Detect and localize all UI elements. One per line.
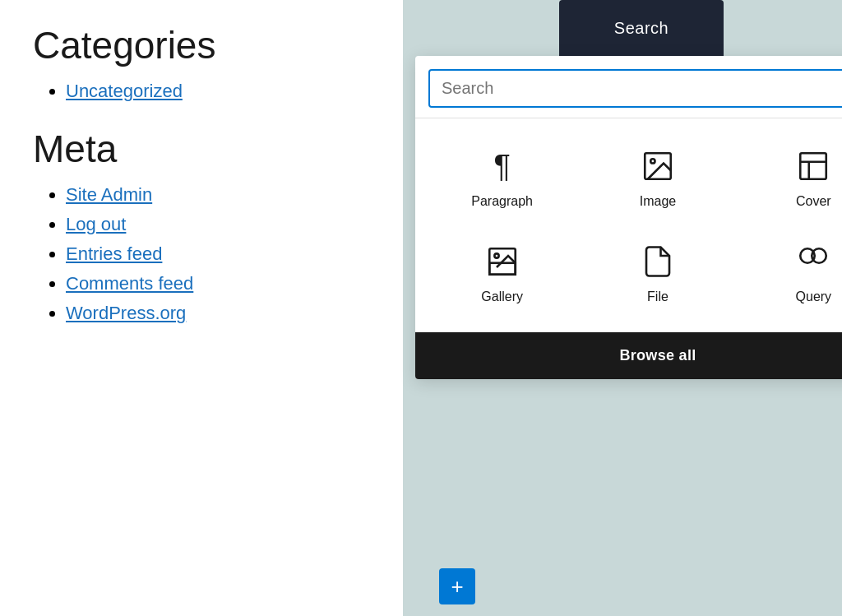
block-item-image[interactable]: Image bbox=[584, 138, 731, 217]
list-item: Log out bbox=[66, 214, 370, 235]
gallery-block-icon bbox=[483, 242, 522, 281]
svg-point-1 bbox=[650, 159, 655, 163]
left-panel: Categories Uncategorized Meta Site Admin… bbox=[0, 0, 403, 616]
block-label-gallery: Gallery bbox=[481, 289, 523, 304]
block-label-cover: Cover bbox=[796, 194, 831, 209]
image-icon bbox=[641, 149, 675, 183]
categories-title: Categories bbox=[33, 23, 370, 67]
block-label-query: Query bbox=[796, 289, 832, 304]
block-item-cover[interactable]: Cover bbox=[740, 138, 842, 217]
svg-rect-2 bbox=[801, 153, 827, 179]
list-item: Uncategorized bbox=[66, 81, 370, 102]
block-label-file: File bbox=[647, 289, 669, 304]
file-icon bbox=[641, 244, 675, 279]
file-block-icon bbox=[638, 242, 678, 281]
block-inserter-popup: 🔍 ¶ Paragraph bbox=[415, 56, 842, 379]
block-item-file[interactable]: File bbox=[584, 234, 731, 313]
cover-icon bbox=[796, 149, 830, 183]
block-item-paragraph[interactable]: ¶ Paragraph bbox=[428, 138, 576, 217]
search-peek-button[interactable]: Search bbox=[559, 0, 724, 56]
categories-list: Uncategorized bbox=[66, 81, 370, 102]
paragraph-block-icon: ¶ bbox=[483, 146, 522, 186]
gallery-icon bbox=[485, 244, 520, 279]
meta-list: Site Admin Log out Entries feed Comments… bbox=[66, 184, 370, 324]
add-block-button[interactable]: + bbox=[439, 568, 475, 604]
query-block-icon bbox=[793, 242, 833, 281]
list-item: Site Admin bbox=[66, 184, 370, 206]
list-item: Entries feed bbox=[66, 243, 370, 265]
cover-block-icon bbox=[793, 146, 833, 186]
svg-rect-4 bbox=[489, 263, 516, 275]
image-block-icon bbox=[638, 146, 678, 186]
search-input[interactable] bbox=[442, 79, 842, 98]
right-area: Search 🔍 ¶ Paragraph bbox=[403, 0, 842, 616]
site-admin-link[interactable]: Site Admin bbox=[66, 184, 152, 205]
list-item: WordPress.org bbox=[66, 303, 370, 324]
query-icon bbox=[796, 244, 830, 279]
search-input-wrapper: 🔍 bbox=[428, 69, 842, 108]
uncategorized-link[interactable]: Uncategorized bbox=[66, 81, 183, 101]
search-peek-label: Search bbox=[614, 19, 669, 38]
log-out-link[interactable]: Log out bbox=[66, 214, 126, 234]
wordpress-org-link[interactable]: WordPress.org bbox=[66, 303, 186, 323]
block-item-query[interactable]: Query bbox=[740, 234, 842, 313]
block-label-paragraph: Paragraph bbox=[471, 194, 533, 209]
list-item: Comments feed bbox=[66, 273, 370, 294]
block-label-image: Image bbox=[640, 194, 676, 209]
comments-feed-link[interactable]: Comments feed bbox=[66, 273, 193, 294]
block-grid: ¶ Paragraph Image bbox=[415, 118, 842, 332]
browse-all-button[interactable]: Browse all bbox=[415, 332, 842, 379]
entries-feed-link[interactable]: Entries feed bbox=[66, 243, 162, 264]
svg-point-5 bbox=[494, 253, 498, 257]
block-item-gallery[interactable]: Gallery bbox=[428, 234, 576, 313]
plus-icon: + bbox=[451, 576, 463, 597]
meta-title: Meta bbox=[33, 127, 370, 171]
search-area: 🔍 bbox=[415, 56, 842, 118]
